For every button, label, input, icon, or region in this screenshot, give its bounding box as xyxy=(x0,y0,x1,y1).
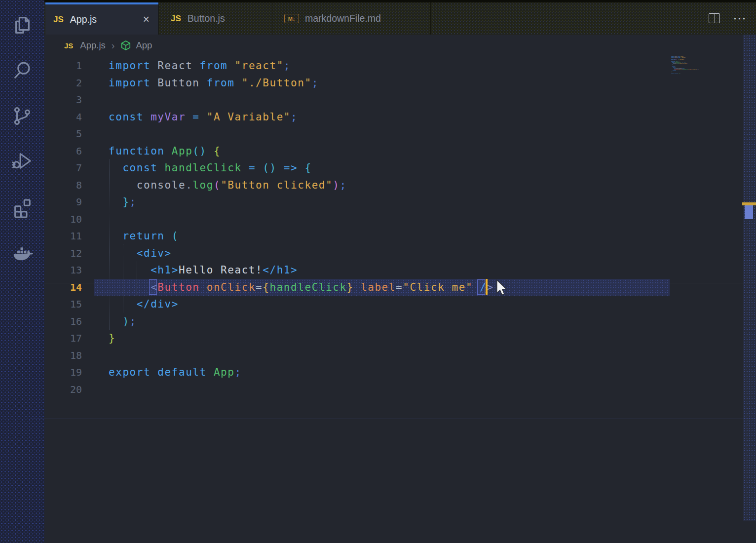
scrollbar-track[interactable] xyxy=(743,35,756,521)
markdown-file-icon: M↓ xyxy=(284,14,299,23)
breadcrumb-symbol[interactable]: App xyxy=(136,40,152,51)
code-area[interactable]: import React from "react"; import Button… xyxy=(109,57,494,398)
line-number-gutter: 1 2 3 4 5 6 7 8 9 10 11 12 13 14 15 16 1… xyxy=(44,57,82,398)
close-icon[interactable]: × xyxy=(143,14,150,25)
editor-actions: ⋯ xyxy=(709,13,747,23)
tab-button-js[interactable]: JS Button.js xyxy=(158,2,272,35)
breadcrumb: JS App.js › App xyxy=(44,35,152,56)
extensions-icon[interactable] xyxy=(11,196,34,219)
tab-label: App.js xyxy=(70,14,97,25)
vscode-window: JS App.js × JS Button.js M↓ markdownFile… xyxy=(0,0,756,543)
divider-line xyxy=(31,419,756,419)
search-icon[interactable] xyxy=(11,59,34,82)
tab-bar: JS App.js × JS Button.js M↓ markdownFile… xyxy=(44,0,756,35)
explorer-icon[interactable] xyxy=(11,14,34,37)
source-control-icon[interactable] xyxy=(11,105,34,127)
text-caret xyxy=(486,279,488,295)
symbol-class-icon xyxy=(120,40,131,51)
divider-line xyxy=(44,283,756,283)
tab-label: Button.js xyxy=(188,13,225,24)
mouse-pointer-icon xyxy=(495,279,508,298)
breadcrumb-file[interactable]: App.js xyxy=(80,40,105,51)
split-editor-icon[interactable] xyxy=(709,13,720,23)
tab-app-js[interactable]: JS App.js × xyxy=(45,2,158,35)
run-debug-icon[interactable] xyxy=(11,150,34,172)
overview-ruler-marker xyxy=(745,205,753,219)
js-file-icon: JS xyxy=(64,41,73,50)
js-file-icon: JS xyxy=(171,14,181,24)
bracket-match-open xyxy=(149,279,157,295)
js-file-icon: JS xyxy=(53,15,64,25)
tab-markdownfile-md[interactable]: M↓ markdownFile.md xyxy=(272,2,431,35)
chevron-right-icon: › xyxy=(112,40,115,51)
activity-bar xyxy=(0,0,44,543)
minimap[interactable]: import React from "react"; import Button… xyxy=(671,56,743,204)
docker-icon[interactable] xyxy=(11,242,34,265)
more-actions-icon[interactable]: ⋯ xyxy=(733,16,747,21)
bracket-match-close xyxy=(477,279,485,295)
tab-label: markdownFile.md xyxy=(305,13,381,24)
